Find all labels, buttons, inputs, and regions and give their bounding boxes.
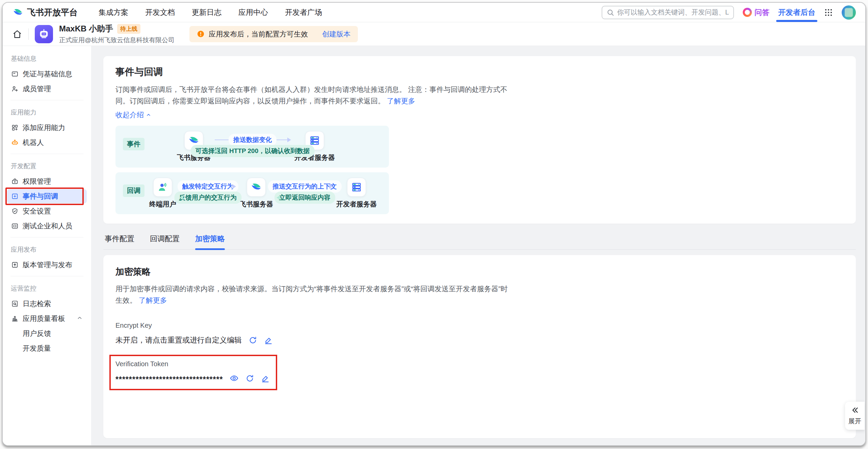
permissions-icon [11, 178, 19, 185]
tab-callback-config[interactable]: 回调配置 [150, 234, 180, 244]
sidebar-item-security[interactable]: 安全设置 [7, 204, 87, 218]
developer-server-node: 开发者服务器 [336, 178, 377, 209]
events-icon [11, 193, 19, 200]
nav-item-dev-plaza[interactable]: 开发者广场 [285, 7, 322, 18]
sidebar-subitem-user-feedback[interactable]: 用户反馈 [7, 326, 87, 341]
sidebar-item-add-capability[interactable]: 添加应用能力 [7, 121, 87, 135]
app-header: MaxKB 小助手 待上线 正式应用@杭州飞致云信息科技有限公司 应用发布后，当… [3, 22, 865, 46]
encrypt-key-value: 未开启，请点击重置或进行自定义编辑 [115, 335, 242, 345]
sidebar-item-quality-dashboard[interactable]: 应用质量看板 [7, 311, 87, 326]
security-icon [11, 207, 19, 215]
sidebar-item-version-release[interactable]: 版本管理与发布 [7, 258, 87, 272]
nav-item-changelog[interactable]: 更新日志 [192, 7, 221, 18]
user-avatar[interactable] [842, 5, 856, 20]
events-flow-diagram: 事件 飞书服务器 推送数据变化 可选择返回 HTTP 200，以确认收到数据 [115, 126, 389, 214]
tab-encrypt-strategy[interactable]: 加密策略 [195, 234, 225, 244]
nav-item-app-center[interactable]: 应用中心 [238, 7, 268, 18]
tab-event-config[interactable]: 事件配置 [105, 234, 134, 244]
divider [10, 276, 83, 276]
edit-icon[interactable] [261, 374, 270, 383]
events-intro-card: 事件与回调 订阅事件或回调后，飞书开放平台将会在事件（如机器人入群）发生时向请求… [103, 56, 856, 224]
nav-item-docs[interactable]: 开发文档 [145, 7, 175, 18]
sidebar-item-credentials[interactable]: 凭证与基础信息 [7, 67, 87, 81]
learn-more-link[interactable]: 了解更多 [139, 296, 167, 304]
brand-title: 飞书开放平台 [27, 7, 78, 18]
credential-icon [11, 70, 19, 78]
feishu-logo-icon [247, 178, 266, 197]
apps-grid-icon[interactable] [824, 8, 833, 17]
top-navigation: 飞书开放平台 集成方案 开发文档 更新日志 应用中心 开发者广场 问答 [3, 3, 865, 22]
backward-arrow: 反馈用户的交互行为 [180, 197, 235, 198]
backward-arrow: 可选择返回 HTTP 200，以确认收到数据 [215, 151, 290, 151]
qa-ring-icon [743, 8, 752, 17]
expand-label: 展开 [848, 417, 861, 426]
reset-icon[interactable] [245, 374, 254, 383]
sidebar-item-log-search[interactable]: 日志检索 [7, 297, 87, 311]
backward-arrow: 立即返回响应内容 [277, 197, 332, 198]
home-icon[interactable] [12, 29, 22, 39]
verification-token-annotated-box: Verification Token *********************… [109, 355, 277, 390]
app-subtitle: 正式应用@杭州飞致云信息科技有限公司 [59, 36, 175, 45]
topnav-right: 问答 开发者后台 [602, 3, 856, 22]
sidebar-item-test-org[interactable]: 测试企业和人员 [7, 219, 87, 233]
intro-description: 订阅事件或回调后，飞书开放平台将会在事件（如机器人入群）发生时向请求地址推送消息… [115, 84, 509, 107]
sidebar-item-events-callbacks[interactable]: 事件与回调 [7, 189, 87, 203]
app-logo-icon [35, 25, 53, 43]
sidebar-section-release: 应用发布 [7, 242, 87, 257]
test-icon [11, 222, 19, 230]
release-icon [11, 261, 19, 269]
status-badge: 待上线 [117, 24, 140, 34]
chevron-up-icon[interactable] [77, 315, 83, 323]
sidebar-subitem-dev-quality[interactable]: 开发质量 [7, 341, 87, 355]
sidebar-section-dev-config: 开发配置 [7, 158, 87, 174]
search-icon [606, 8, 614, 17]
end-user-node: 终端用户 [149, 178, 176, 209]
forward-arrow: 推送交互行为的上下文 [277, 186, 332, 187]
feishu-logo-icon [12, 7, 24, 18]
primary-nav: 集成方案 开发文档 更新日志 应用中心 开发者广场 [99, 7, 322, 18]
quality-icon [11, 315, 19, 322]
search-input[interactable] [617, 8, 729, 16]
encrypt-key-label: Encrypt Key [115, 322, 844, 329]
event-flow-row: 事件 飞书服务器 推送数据变化 可选择返回 HTTP 200，以确认收到数据 [115, 126, 389, 168]
callback-badge: 回调 [123, 184, 144, 197]
qa-entry[interactable]: 问答 [743, 7, 769, 18]
event-badge: 事件 [123, 138, 144, 150]
sidebar-section-capability: 应用能力 [7, 104, 87, 120]
encrypt-strategy-card: 加密策略 用于加密事件或回调的请求内容，校验请求来源。当订阅方式为“将事件发送至… [103, 255, 856, 438]
callback-arrows-left: 触发特定交互行为 反馈用户的交互行为 [180, 186, 235, 198]
divider [10, 154, 83, 154]
sidebar-item-permissions[interactable]: 权限管理 [7, 174, 87, 189]
search-box[interactable] [602, 6, 734, 19]
chevron-up-icon [146, 112, 151, 118]
robot-icon [11, 139, 19, 146]
nav-item-solutions[interactable]: 集成方案 [99, 7, 128, 18]
learn-more-link[interactable]: 了解更多 [387, 97, 415, 105]
divider [28, 28, 29, 40]
section-title: 加密策略 [115, 266, 844, 278]
config-tabs: 事件配置 回调配置 加密策略 [103, 232, 856, 250]
alert-icon [197, 30, 205, 38]
encrypt-description: 用于加密事件或回调的请求内容，校验请求来源。当订阅方式为“将事件发送至开发者服务… [115, 283, 509, 306]
reset-icon[interactable] [248, 336, 257, 345]
feishu-server-node: 飞书服务器 [239, 178, 273, 209]
forward-arrow: 推送数据变化 [215, 140, 290, 140]
qa-label: 问答 [755, 7, 769, 18]
sidebar-item-robot[interactable]: 机器人 [7, 135, 87, 150]
server-icon [347, 178, 366, 197]
brand[interactable]: 飞书开放平台 [12, 7, 78, 18]
sidebar-section-basic: 基础信息 [7, 51, 87, 66]
show-token-eye-icon[interactable] [230, 374, 239, 383]
developer-console-tab[interactable]: 开发者后台 [778, 3, 815, 22]
double-chevron-left-icon [850, 406, 859, 415]
sidebar-item-members[interactable]: 成员管理 [7, 82, 87, 96]
create-version-link[interactable]: 创建版本 [322, 29, 350, 39]
collapse-intro-link[interactable]: 收起介绍 [115, 110, 151, 120]
add-capability-icon [11, 124, 19, 131]
verification-token-label: Verification Token [115, 360, 270, 368]
members-icon [11, 85, 19, 93]
edit-icon[interactable] [264, 336, 273, 345]
callback-arrows-right: 推送交互行为的上下文 立即返回响应内容 [277, 186, 332, 198]
publish-notice: 应用发布后，当前配置方可生效 创建版本 [189, 26, 358, 42]
expand-panel-button[interactable]: 展开 [845, 402, 865, 430]
